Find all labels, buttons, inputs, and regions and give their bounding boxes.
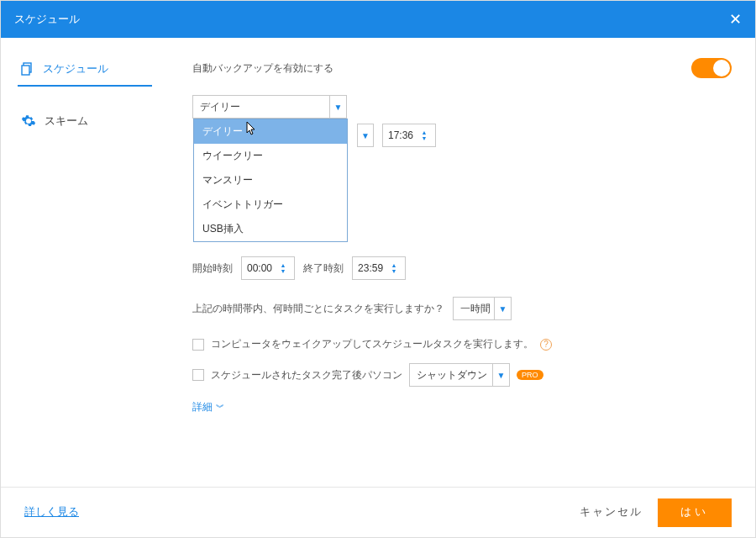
start-time-input[interactable]: 00:00 ▲▼ xyxy=(241,256,295,280)
toggle-knob xyxy=(713,60,730,76)
menu-item-daily[interactable]: デイリー xyxy=(194,119,347,144)
menu-item-label: イベントトリガー xyxy=(202,198,283,210)
details-expand[interactable]: 詳細 ︾ xyxy=(192,400,224,414)
wakeup-label: コンピュータをウェイクアップしてスケジュールタスクを実行します。 xyxy=(211,337,533,351)
menu-item-event[interactable]: イベントトリガー xyxy=(194,193,347,217)
dialog-title: スケジュール xyxy=(14,12,80,27)
dialog-body: スケジュール スキーム 自動バックアップを有効にする デイリー ▼ xyxy=(1,38,755,488)
chevron-up-icon[interactable]: ▲ xyxy=(277,262,289,268)
chevron-down-icon[interactable]: ▼ xyxy=(357,124,374,147)
svg-rect-1 xyxy=(22,66,29,75)
chevron-down-icon: ▼ xyxy=(494,298,511,319)
cursor-icon xyxy=(246,121,258,139)
time-value: 17:36 xyxy=(388,129,413,141)
menu-item-label: マンスリー xyxy=(202,174,253,186)
gear-icon xyxy=(21,113,36,129)
chevrons-down-icon: ︾ xyxy=(216,402,224,414)
copy-icon xyxy=(21,62,34,76)
dialog-footer: 詳しく見る キャンセル はい xyxy=(1,487,755,537)
schedule-type-select[interactable]: デイリー ▼ デイリー ウイークリー マンスリー イベントトリガー USB挿入 xyxy=(192,95,347,119)
help-icon[interactable]: ? xyxy=(540,339,552,351)
sidebar-item-label: スケジュール xyxy=(43,61,108,76)
time-spinner[interactable]: ▲▼ xyxy=(277,262,289,274)
schedule-type-value: デイリー xyxy=(200,100,240,114)
end-time-label: 終了時刻 xyxy=(303,261,344,276)
chevron-up-icon[interactable]: ▲ xyxy=(388,262,400,268)
aftertask-select[interactable]: シャットダウン ▼ xyxy=(409,363,510,387)
enable-autobackup-label: 自動バックアップを有効にする xyxy=(192,61,333,76)
wakeup-checkbox[interactable] xyxy=(192,339,204,351)
enable-autobackup-toggle[interactable] xyxy=(691,58,732,78)
interval-select[interactable]: 一時間 ▼ xyxy=(453,297,512,320)
schedule-type-menu: デイリー ウイークリー マンスリー イベントトリガー USB挿入 xyxy=(193,119,348,242)
aftertask-value: シャットダウン xyxy=(417,368,487,382)
cancel-button[interactable]: キャンセル xyxy=(580,505,643,520)
interval-value: 一時間 xyxy=(460,302,491,316)
interval-label: 上記の時間帯内、何時間ごとにタスクを実行しますか？ xyxy=(192,302,444,316)
content-panel: 自動バックアップを有効にする デイリー ▼ デイリー ウイークリー xyxy=(169,38,755,488)
details-label: 詳細 xyxy=(192,400,213,414)
menu-item-label: ウイークリー xyxy=(202,150,263,161)
aftertask-checkbox[interactable] xyxy=(192,369,204,381)
close-icon[interactable]: ✕ xyxy=(729,10,742,29)
time-value: 00:00 xyxy=(247,262,272,274)
sidebar: スケジュール スキーム xyxy=(1,38,169,488)
chevron-down-icon: ▼ xyxy=(329,96,346,118)
menu-item-weekly[interactable]: ウイークリー xyxy=(194,144,347,168)
start-time-label: 開始時刻 xyxy=(192,261,233,276)
menu-item-monthly[interactable]: マンスリー xyxy=(194,168,347,193)
chevron-down-icon[interactable]: ▼ xyxy=(418,135,430,141)
ok-button[interactable]: はい xyxy=(658,498,732,527)
menu-item-usb[interactable]: USB挿入 xyxy=(194,217,347,241)
menu-item-label: USB挿入 xyxy=(202,223,244,235)
time-value: 23:59 xyxy=(358,262,383,274)
chevron-up-icon[interactable]: ▲ xyxy=(418,129,430,135)
time-input-1[interactable]: 17:36 ▲▼ xyxy=(382,124,436,147)
learn-more-link[interactable]: 詳しく見る xyxy=(24,505,79,520)
aftertask-label: スケジュールされたタスク完了後パソコン xyxy=(211,368,402,382)
chevron-down-icon[interactable]: ▼ xyxy=(388,268,400,274)
sidebar-item-schedule[interactable]: スケジュール xyxy=(18,53,152,87)
chevron-down-icon: ▼ xyxy=(492,364,509,386)
menu-item-label: デイリー xyxy=(202,125,243,137)
dialog-header: スケジュール ✕ xyxy=(1,1,755,38)
time-spinner[interactable]: ▲▼ xyxy=(388,262,400,274)
pro-badge: PRO xyxy=(517,370,543,380)
end-time-input[interactable]: 23:59 ▲▼ xyxy=(352,256,406,280)
time-spinner[interactable]: ▲▼ xyxy=(418,129,430,141)
chevron-down-icon[interactable]: ▼ xyxy=(277,268,289,274)
sidebar-item-scheme[interactable]: スキーム xyxy=(1,105,169,137)
sidebar-item-label: スキーム xyxy=(45,113,88,129)
